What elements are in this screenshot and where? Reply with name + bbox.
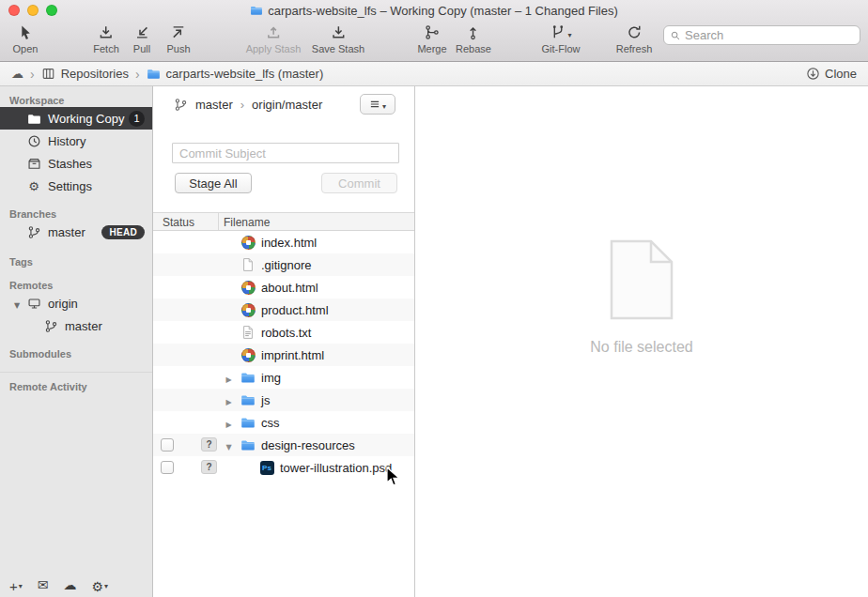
envelope-icon bbox=[38, 578, 49, 591]
rebase-label: Rebase bbox=[456, 43, 491, 54]
git-flow-icon bbox=[550, 23, 571, 42]
html-file-icon bbox=[240, 235, 256, 250]
file-row[interactable]: .gitignore bbox=[153, 253, 414, 276]
sidebar-item-working-copy[interactable]: Working Copy 1 bbox=[0, 107, 152, 130]
clone-icon bbox=[806, 67, 820, 81]
sidebar-item-label: History bbox=[48, 134, 85, 148]
breadcrumb-current-repo[interactable]: carparts-website_lfs (master) bbox=[147, 67, 324, 81]
folder-row[interactable]: img bbox=[153, 366, 414, 389]
commit-button[interactable]: Commit bbox=[321, 173, 397, 193]
branch-label: master bbox=[48, 225, 85, 239]
cloud-workspace-icon[interactable] bbox=[11, 67, 23, 81]
disclosure-triangle-icon[interactable] bbox=[223, 369, 235, 386]
file-row[interactable]: index.html bbox=[153, 231, 414, 253]
merge-button[interactable]: Merge bbox=[417, 23, 446, 54]
toolbar: Open Fetch Pull Push Apply Stash Save St… bbox=[0, 21, 868, 62]
window-chrome: carparts-website_lfs – Working Copy (mas… bbox=[0, 0, 868, 62]
changed-files-count-badge: 1 bbox=[129, 111, 145, 127]
push-icon bbox=[170, 23, 186, 42]
branch-separator-icon bbox=[240, 98, 244, 112]
close-window-button[interactable] bbox=[8, 5, 20, 16]
zoom-window-button[interactable] bbox=[46, 5, 57, 16]
minimize-window-button[interactable] bbox=[27, 5, 39, 16]
cloud-services-button[interactable] bbox=[64, 578, 77, 591]
save-stash-button[interactable]: Save Stash bbox=[312, 23, 364, 54]
disclosure-triangle-icon[interactable] bbox=[223, 391, 235, 408]
html-file-icon bbox=[240, 302, 256, 317]
head-badge: HEAD bbox=[101, 225, 145, 239]
search-field[interactable] bbox=[663, 25, 860, 45]
clone-label: Clone bbox=[825, 67, 857, 81]
folder-row[interactable]: js bbox=[153, 389, 414, 411]
branch-header: master origin/master bbox=[153, 86, 414, 122]
file-row[interactable]: ? tower-illustration.psd bbox=[153, 456, 414, 479]
plus-icon bbox=[9, 580, 18, 593]
breadcrumb-repositories[interactable]: Repositories bbox=[41, 67, 129, 81]
column-divider[interactable] bbox=[218, 213, 219, 230]
sidebar-bottom-toolbar bbox=[0, 573, 152, 597]
sidebar-item-history[interactable]: History bbox=[0, 130, 152, 152]
untracked-status-badge: ? bbox=[201, 460, 217, 474]
sidebar-item-remote-origin[interactable]: origin bbox=[0, 292, 152, 314]
sidebar-divider bbox=[0, 372, 152, 373]
section-tags: Tags bbox=[0, 256, 152, 268]
commit-subject-input[interactable] bbox=[172, 143, 399, 163]
stage-all-button[interactable]: Stage All bbox=[175, 173, 252, 193]
disclosure-triangle-icon[interactable] bbox=[11, 297, 23, 311]
titlebar[interactable]: carparts-website_lfs – Working Copy (mas… bbox=[0, 0, 868, 21]
remote-label: origin bbox=[48, 297, 78, 311]
notifications-button[interactable] bbox=[38, 578, 49, 591]
rebase-button[interactable]: Rebase bbox=[456, 23, 491, 54]
file-name: tower-illustration.psd bbox=[280, 461, 392, 475]
open-button[interactable]: Open bbox=[13, 23, 39, 54]
file-row[interactable]: robots.txt bbox=[153, 321, 414, 344]
upstream-branch-label[interactable]: origin/master bbox=[252, 98, 322, 112]
sidebar-item-remote-branch-master[interactable]: master bbox=[0, 314, 152, 337]
view-options-button[interactable] bbox=[360, 94, 395, 115]
pull-button[interactable]: Pull bbox=[133, 23, 150, 54]
clone-button[interactable]: Clone bbox=[806, 67, 857, 81]
file-table-header: Status Filename bbox=[153, 212, 414, 231]
sidebar-item-branch-master[interactable]: master HEAD bbox=[0, 221, 152, 243]
apply-stash-label: Apply Stash bbox=[246, 43, 302, 54]
fetch-button[interactable]: Fetch bbox=[93, 23, 119, 54]
disclosure-triangle-icon[interactable] bbox=[223, 436, 235, 453]
current-branch-label[interactable]: master bbox=[195, 98, 233, 112]
search-input[interactable] bbox=[685, 28, 854, 42]
hamburger-menu-icon bbox=[369, 99, 380, 110]
file-row[interactable]: imprint.html bbox=[153, 344, 414, 366]
file-name: imprint.html bbox=[261, 348, 324, 362]
disclosure-triangle-icon[interactable] bbox=[223, 414, 235, 431]
push-button[interactable]: Push bbox=[166, 23, 190, 54]
folder-row[interactable]: ? design-resources bbox=[153, 434, 414, 456]
open-icon bbox=[17, 23, 33, 42]
cloud-icon bbox=[64, 578, 77, 591]
settings-menu-button[interactable] bbox=[92, 577, 109, 593]
titlebar-folder-icon bbox=[250, 4, 263, 17]
file-name: design-resources bbox=[261, 438, 355, 452]
stage-checkbox[interactable] bbox=[161, 438, 174, 452]
file-row[interactable]: about.html bbox=[153, 276, 414, 298]
refresh-label: Refresh bbox=[616, 43, 653, 54]
open-label: Open bbox=[13, 43, 39, 54]
folder-row[interactable]: css bbox=[153, 411, 414, 434]
folder-icon bbox=[240, 392, 256, 407]
sidebar-item-stashes[interactable]: Stashes bbox=[0, 152, 152, 175]
pull-icon bbox=[134, 23, 150, 42]
window-title-text: carparts-website_lfs – Working Copy (mas… bbox=[268, 4, 618, 18]
refresh-button[interactable]: Refresh bbox=[616, 23, 653, 54]
chevron-down-icon bbox=[382, 98, 386, 112]
stage-checkbox[interactable] bbox=[161, 461, 174, 474]
working-copy-folder-icon bbox=[26, 112, 41, 126]
file-name: css bbox=[261, 416, 280, 430]
apply-stash-button[interactable]: Apply Stash bbox=[246, 23, 302, 54]
git-flow-button[interactable]: Git-Flow bbox=[542, 23, 581, 54]
html-file-icon bbox=[240, 280, 256, 295]
file-row[interactable]: product.html bbox=[153, 298, 414, 321]
history-clock-icon bbox=[26, 134, 41, 148]
add-repository-button[interactable] bbox=[9, 577, 23, 593]
sidebar-item-settings[interactable]: ⚙ Settings bbox=[0, 175, 152, 197]
window-title: carparts-website_lfs – Working Copy (mas… bbox=[0, 0, 868, 21]
search-icon bbox=[670, 30, 681, 41]
file-table: index.html .gitignore about.html product… bbox=[153, 231, 414, 479]
